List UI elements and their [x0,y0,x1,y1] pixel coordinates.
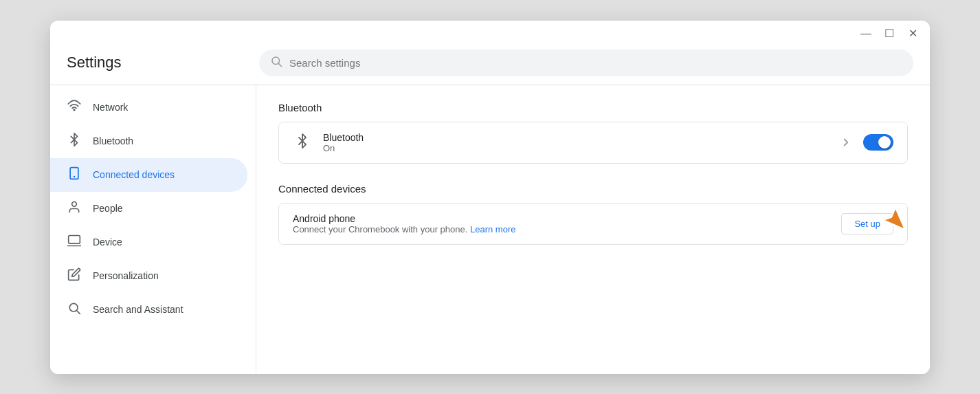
search-bar [259,50,913,76]
connected-devices-card: Android phone Connect your Chromebook wi… [278,203,908,245]
bluetooth-chevron-button[interactable] [837,133,855,151]
person-icon [67,200,82,217]
sidebar-item-device[interactable]: Device [50,226,247,259]
android-phone-sublabel-text: Connect your Chromebook with your phone. [293,224,467,234]
sidebar-item-search-assistant[interactable]: Search and Assistant [50,293,247,327]
android-phone-text: Android phone Connect your Chromebook wi… [293,213,830,234]
bluetooth-toggle[interactable] [863,134,893,151]
settings-window: — ☐ ✕ Settings [50,21,930,374]
bluetooth-card-actions [837,133,893,151]
laptop-icon [67,234,82,251]
bluetooth-card: Bluetooth On [278,122,908,164]
bluetooth-sublabel: On [323,143,826,153]
header: Settings [50,44,930,85]
android-phone-actions: Set up [841,213,893,234]
phone-icon [67,166,82,184]
maximize-button[interactable]: ☐ [883,28,895,40]
close-button[interactable]: ✕ [906,28,919,40]
app-title: Settings [67,54,259,72]
sidebar-item-connected-devices[interactable]: Connected devices [50,158,247,192]
wifi-icon [67,99,82,116]
connected-devices-section-title: Connected devices [278,183,908,195]
learn-more-link[interactable]: Learn more [470,224,515,234]
edit-icon [67,267,82,285]
android-phone-label: Android phone [293,213,830,224]
search-icon [270,55,282,71]
sidebar-item-label-people: People [93,203,123,214]
svg-line-9 [77,310,80,314]
search-input[interactable] [289,57,902,69]
sidebar-item-network[interactable]: Network [50,91,247,124]
android-phone-sublabel: Connect your Chromebook with your phone.… [293,224,830,234]
minimize-button[interactable]: — [860,28,872,40]
sidebar-item-label-search-assistant: Search and Assistant [93,304,183,315]
sidebar-item-personalization[interactable]: Personalization [50,259,247,293]
android-phone-card-row: Android phone Connect your Chromebook wi… [279,204,907,244]
sidebar-item-label-bluetooth: Bluetooth [93,135,133,146]
bluetooth-section-title: Bluetooth [278,102,908,113]
sidebar-item-label-device: Device [93,237,122,248]
svg-point-5 [72,201,77,206]
sidebar: Network Bluetooth Connected devices [50,85,256,374]
bluetooth-card-row: Bluetooth On [279,122,907,163]
bluetooth-card-text: Bluetooth On [323,132,826,153]
main-content: Bluetooth Bluetooth On [256,85,930,374]
sidebar-item-label-network: Network [93,102,128,113]
sidebar-item-bluetooth[interactable]: Bluetooth [50,124,247,158]
search-sidebar-icon [67,301,82,318]
sidebar-item-people[interactable]: People [50,192,247,226]
bluetooth-label: Bluetooth [323,132,826,143]
bluetooth-card-icon [293,133,312,152]
sidebar-item-label-connected-devices: Connected devices [93,169,175,180]
bluetooth-icon [67,133,82,150]
titlebar: — ☐ ✕ [50,21,930,44]
setup-button[interactable]: Set up [841,213,893,234]
content: Network Bluetooth Connected devices [50,85,930,374]
svg-point-2 [74,109,75,111]
svg-rect-6 [69,235,80,243]
sidebar-item-label-personalization: Personalization [93,270,159,281]
svg-line-1 [278,63,281,66]
